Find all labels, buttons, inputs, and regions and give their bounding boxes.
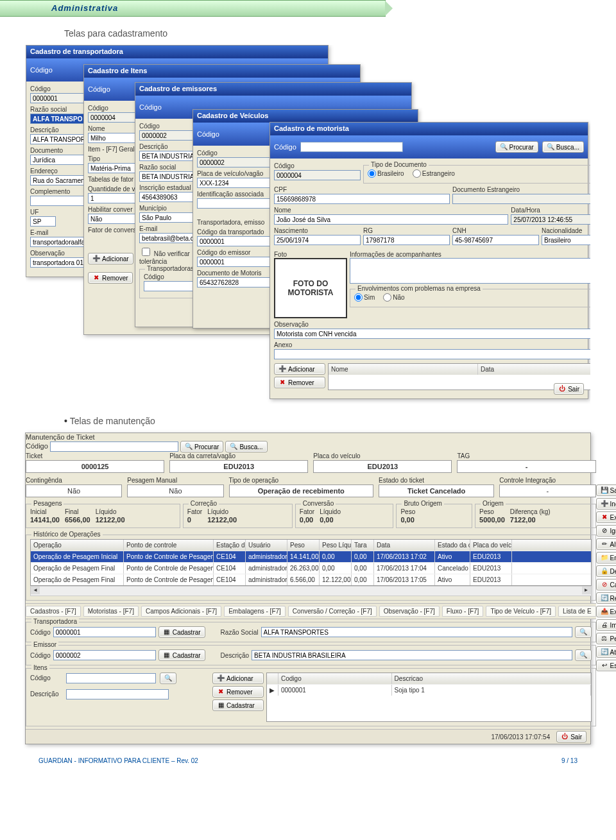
busca-button[interactable]: Busca... [542,141,584,153]
tab[interactable]: Fluxo - [F7] [442,606,484,617]
nasc-input[interactable] [274,235,361,245]
codem-input[interactable] [197,257,280,267]
tab[interactable]: Lista de E [558,606,595,617]
sair-button[interactable]: Sair [556,731,586,742]
info-textbox[interactable] [350,258,590,284]
lbl: Pesagem Manual [127,477,223,484]
nome-input[interactable] [274,214,508,225]
ticket-value: 0000125 [26,460,164,473]
procurar-button[interactable]: Procurar [180,441,223,452]
transp-codigo-input[interactable] [53,627,156,637]
codtr-input[interactable] [197,236,280,246]
lbl: Controle Integração [499,477,595,484]
lbl: Código [30,652,51,659]
uf-input[interactable] [30,216,56,227]
emissor-desc-input[interactable] [252,650,572,660]
conv-liq: 0,00 [320,516,341,524]
emissor-search-button[interactable] [575,649,592,661]
radio-sim[interactable] [354,293,363,302]
remover-button[interactable]: Remover [274,377,325,388]
codigo-input[interactable] [274,170,361,180]
busca-button[interactable]: Busca... [225,441,267,452]
radio-brasileiro[interactable] [368,169,376,178]
imprimir-button[interactable]: Imprimir [596,619,616,631]
tag-value: - [457,460,595,473]
itens-desc-input[interactable] [66,689,169,699]
table-row[interactable]: Operação de Pesagem InicialPonto de Cont… [31,551,591,562]
tab[interactable]: Observação - [F7] [379,606,440,617]
exportar-button[interactable]: Exportar [596,606,616,617]
anexo-input[interactable] [274,349,590,359]
tab[interactable]: Motoristas - [F7] [83,606,139,617]
search-icon [579,651,587,659]
estornar-button[interactable]: ↩Estornar [596,660,616,671]
docmot-input[interactable] [197,277,280,287]
refazer-button[interactable]: Refazer [596,592,616,604]
tab[interactable]: Conversão / Correção - [F7] [288,606,377,617]
codigo-label: Código [30,66,53,74]
obs-input[interactable] [274,329,590,339]
desbloquear-button[interactable]: Desbloquear [596,565,616,577]
ignorar-button[interactable]: ⊘Ignorar [596,525,616,536]
tab[interactable]: Cadastros - [F7] [26,606,81,617]
td: 0,00 [352,574,374,585]
pesar-button[interactable]: ⚖Pesar [596,633,616,644]
itens-cadastrar-button[interactable]: ▦Cadastrar [212,699,264,711]
table-row[interactable]: Operação de Pesagem FinalPonto de Contro… [31,574,591,585]
incluir-button[interactable]: Incluir [596,498,616,510]
lbl: Atualizar [610,649,616,656]
search-input[interactable] [300,142,403,152]
refresh-icon [601,648,608,656]
itens-remover-button[interactable]: Remover [212,686,264,698]
itens-search-button[interactable] [160,673,176,684]
footer-right: 9 / 13 [561,757,578,764]
radio-nao[interactable] [383,293,391,302]
h-scrollbar[interactable] [30,586,592,596]
bruto-peso: 0,00 [400,516,415,524]
radio-estrangeiro[interactable] [413,169,421,178]
lbl: Código [30,674,62,681]
lock-icon [601,567,608,575]
docestr-input[interactable] [452,194,590,204]
adicionar-button[interactable]: Adicionar [274,363,325,375]
ident-input[interactable] [197,198,280,209]
emissor-codigo-input[interactable] [53,650,156,660]
td: 0,00 [352,551,374,562]
rg-input[interactable] [363,235,450,245]
ignore-icon: ⊘ [601,527,608,535]
sair-button[interactable]: Sair [554,383,584,395]
datahora-input[interactable] [511,214,590,225]
salvar-button[interactable]: Salvar [596,484,616,496]
td: 0,00 [320,563,352,574]
procurar-button[interactable]: Procurar [495,141,538,153]
itens-codigo-input[interactable] [66,673,156,683]
placa-input[interactable] [197,178,280,188]
table-row[interactable]: Operação de Pesagem FinalPonto de Contro… [31,562,591,574]
emissor-cadastrar-button[interactable]: ▦Cadastrar [158,649,205,661]
codigo-search-input[interactable] [50,441,178,452]
plus-icon [217,674,225,682]
nao-verif-checkbox[interactable] [142,248,150,256]
transp-cadastrar-button[interactable]: ▦Cadastrar [158,626,205,638]
lbl: Placa da carreta/vagão [169,452,308,459]
tab[interactable]: Embalagens - [F7] [224,606,286,617]
lbl: Código [26,442,48,450]
excluir-button[interactable]: Excluir [596,511,616,523]
codigo-input[interactable] [197,157,280,167]
atualizar-button[interactable]: Atualizar [596,646,616,658]
remover-button[interactable]: Remover [88,272,133,284]
cnh-input[interactable] [452,235,539,245]
transp-search-button[interactable] [575,626,592,638]
encerrar-button[interactable]: 📁Encerrar [596,552,616,563]
alterar-button[interactable]: Alterar [596,538,616,550]
lbl: Informações de acompanhantes [350,251,441,258]
cpf-input[interactable] [274,194,450,204]
tab[interactable]: Tipo de Veículo - [F7] [486,606,556,617]
th: Codigo [278,673,392,684]
nac-input[interactable] [542,235,590,245]
adicionar-button[interactable]: Adicionar [88,253,133,264]
transp-razao-input[interactable] [261,627,572,637]
itens-adicionar-button[interactable]: Adicionar [212,673,264,684]
tab[interactable]: Campos Adicionais - [F7] [141,606,221,617]
cancelar-button[interactable]: Cancelar [596,579,616,590]
